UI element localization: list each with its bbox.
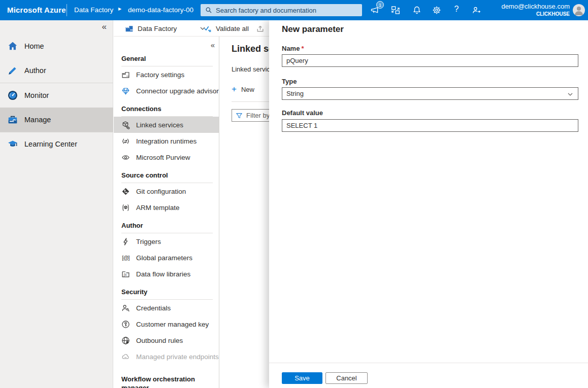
- sidebar-item-credentials[interactable]: Credentials: [121, 300, 213, 316]
- topbar-divider: [67, 4, 67, 16]
- sidebar-item-label: Factory settings: [136, 71, 184, 79]
- sidebar-item-label: Home: [24, 42, 44, 50]
- factory-icon: [125, 24, 134, 33]
- sidebar-item-managed-private-endpoints: Managed private endpoints: [121, 348, 213, 365]
- sidebar-item-label: Managed private endpoints: [136, 353, 219, 361]
- sidebar-item-manage[interactable]: Manage: [0, 108, 113, 132]
- publish-button[interactable]: [256, 20, 265, 37]
- sidebar-item-label: ARM template: [136, 204, 180, 211]
- global-search[interactable]: [201, 4, 362, 16]
- avatar[interactable]: [573, 4, 585, 16]
- sidebar-item-customer-managed-key[interactable]: Customer managed key: [121, 316, 213, 332]
- cloud-icon: [121, 352, 130, 361]
- azure-brand[interactable]: Microsoft Azure: [7, 6, 66, 14]
- type-select[interactable]: String: [282, 87, 578, 100]
- lightning-icon: [121, 237, 130, 246]
- settings-gear-icon[interactable]: [432, 6, 441, 15]
- sidebar-item-triggers[interactable]: Triggers: [121, 233, 213, 250]
- key-icon: [121, 320, 130, 329]
- sidebar-item-label: Global parameters: [136, 254, 192, 262]
- validate-icon: [203, 24, 212, 33]
- sidebar-item-home[interactable]: Home: [0, 34, 113, 58]
- sidebar-item-label: Monitor: [24, 91, 49, 99]
- validate-all-label: Validate all: [216, 25, 249, 32]
- feedback-person-icon[interactable]: [472, 6, 481, 15]
- credentials-icon: [121, 304, 130, 312]
- sidebar-item-label: Linked services: [136, 121, 183, 129]
- new-parameter-panel: New parameter Name* Type String Default …: [269, 20, 588, 388]
- notification-badge: 1: [376, 1, 384, 9]
- sidebar-item-linked-services[interactable]: Linked services: [114, 117, 219, 133]
- azure-top-bar: Microsoft Azure Data Factory ▶ demo-data…: [0, 0, 588, 20]
- sidebar-item-data-flow-libraries[interactable]: fx Data flow libraries: [121, 266, 213, 282]
- help-icon[interactable]: ?: [453, 5, 460, 14]
- sidebar-item-label: Customer managed key: [136, 321, 209, 328]
- sidebar-item-label: Microsoft Purview: [136, 154, 190, 161]
- notifications-bell-icon[interactable]: [412, 6, 421, 15]
- global-parameters-icon: [@]: [121, 254, 130, 262]
- panel-title: New parameter: [282, 24, 344, 34]
- type-label: Type: [282, 78, 297, 85]
- sidebar-item-connector-upgrade-advisor[interactable]: Connector upgrade advisor: [121, 83, 213, 99]
- name-input[interactable]: [282, 54, 578, 67]
- sidebar-item-label: Learning Center: [24, 140, 77, 148]
- section-header-source-control: Source control: [121, 171, 213, 180]
- factory-selector[interactable]: Data Factory: [125, 20, 206, 37]
- graduation-cap-icon: [7, 138, 18, 150]
- breadcrumb-app[interactable]: Data Factory: [74, 6, 113, 14]
- manage-sidebar: « General Factory settings Connector upg…: [114, 37, 219, 388]
- account-info[interactable]: demo@clickhouse.com CLICKHOUSE: [501, 3, 570, 18]
- eye-icon: [121, 153, 130, 162]
- sidebar-item-monitor[interactable]: Monitor: [0, 83, 113, 108]
- gauge-icon: [7, 90, 18, 101]
- sidebar-item-label: Connector upgrade advisor: [136, 87, 219, 95]
- new-button-label: New: [241, 86, 254, 93]
- account-tenant: CLICKHOUSE: [501, 10, 570, 18]
- sidebar-item-arm-template[interactable]: ARM template: [121, 199, 213, 216]
- sidebar-item-learning-center[interactable]: Learning Center: [0, 132, 113, 156]
- sidebar-item-label: Outbound rules: [136, 337, 183, 344]
- factory-settings-icon: [121, 70, 130, 79]
- collapse-manage-sidebar-icon[interactable]: «: [211, 41, 215, 49]
- sidebar-item-author[interactable]: Author: [0, 58, 113, 83]
- panel-footer: Save Cancel: [269, 363, 588, 388]
- sidebar-item-label: Integration runtimes: [136, 137, 197, 145]
- primary-sidebar: « Home Author Monitor Manage Learning Ce…: [0, 20, 113, 388]
- git-icon: [121, 187, 130, 196]
- factory-selector-label: Data Factory: [138, 25, 177, 32]
- svg-text:fx: fx: [124, 272, 127, 276]
- linked-services-icon: [121, 121, 130, 129]
- sidebar-item-integration-runtimes[interactable]: Integration runtimes: [121, 133, 213, 149]
- arm-template-icon: [121, 203, 130, 212]
- default-value-input[interactable]: [282, 119, 578, 132]
- home-icon: [7, 41, 18, 52]
- section-header-author: Author: [121, 222, 213, 230]
- globe-icon: [121, 336, 130, 345]
- section-header-general: General: [121, 55, 213, 63]
- name-label: Name*: [282, 45, 304, 52]
- breadcrumb-resource[interactable]: demo-data-factory-00: [128, 6, 201, 14]
- data-flow-libraries-icon: fx: [121, 270, 130, 278]
- save-button[interactable]: Save: [282, 372, 322, 384]
- sidebar-item-git-configuration[interactable]: Git configuration: [121, 183, 213, 199]
- section-header-security: Security: [121, 288, 213, 296]
- switch-directory-icon[interactable]: [391, 6, 400, 15]
- account-email: demo@clickhouse.com: [501, 3, 570, 10]
- new-linked-service-button[interactable]: + New: [232, 84, 267, 94]
- cancel-button[interactable]: Cancel: [325, 372, 368, 384]
- sidebar-item-label: Git configuration: [136, 188, 186, 195]
- sidebar-item-outbound-rules[interactable]: Outbound rules: [121, 332, 213, 348]
- sidebar-item-factory-settings[interactable]: Factory settings: [121, 66, 213, 83]
- sidebar-item-label: Data flow libraries: [136, 270, 190, 278]
- sidebar-item-label: Triggers: [136, 238, 161, 245]
- sidebar-item-microsoft-purview[interactable]: Microsoft Purview: [121, 149, 213, 165]
- pencil-icon: [7, 65, 18, 76]
- name-label-text: Name: [282, 45, 300, 52]
- validate-all-button[interactable]: Validate all: [203, 20, 249, 37]
- collapse-sidebar-icon[interactable]: «: [102, 22, 107, 32]
- toolbox-icon: [7, 114, 18, 125]
- search-input[interactable]: [216, 7, 353, 14]
- section-header-workflow-orchestration-manager: Workflow orchestration manager: [121, 375, 210, 388]
- sidebar-item-global-parameters[interactable]: [@] Global parameters: [121, 250, 213, 266]
- breadcrumb-arrow-icon: ▶: [118, 7, 121, 11]
